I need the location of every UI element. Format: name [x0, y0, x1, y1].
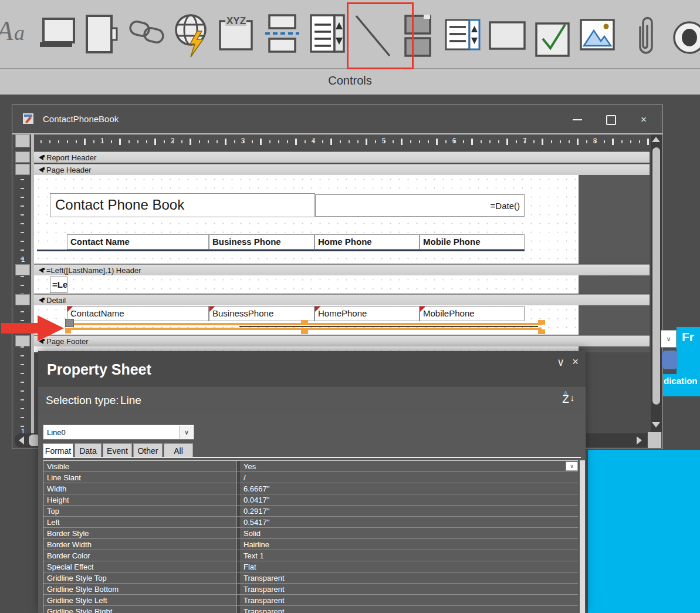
- background-combo-button[interactable]: ∨: [661, 330, 677, 348]
- section-bar-page-footer[interactable]: Page Footer: [34, 335, 650, 346]
- move-handle[interactable]: [65, 319, 74, 327]
- property-row-line-slant[interactable]: Line Slant /: [43, 472, 578, 483]
- ruler-number: 4: [310, 137, 317, 145]
- background-window-title-fragment: Fr: [682, 330, 700, 344]
- background-blue-button[interactable]: [662, 351, 678, 369]
- tab-all[interactable]: All: [164, 443, 193, 457]
- list-box-icon[interactable]: [445, 19, 481, 54]
- property-row-special-effect[interactable]: Special Effect Flat: [43, 561, 578, 572]
- select-all-box[interactable]: [15, 134, 30, 147]
- vertical-scrollbar-thumb[interactable]: [652, 147, 660, 405]
- section-selector-report-header[interactable]: [15, 151, 30, 163]
- window-titlebar: ContactPhoneBook ×: [12, 105, 662, 133]
- property-row-border-style[interactable]: Border Style Solid: [43, 528, 578, 539]
- value-dropdown-icon[interactable]: ∨: [566, 462, 578, 471]
- scrollbar-corner: [648, 432, 661, 448]
- close-button[interactable]: ×: [633, 110, 655, 128]
- tab-event[interactable]: Event: [103, 443, 132, 457]
- vertical-scrollbar[interactable]: [651, 134, 662, 432]
- resize-handle[interactable]: [301, 320, 308, 325]
- navigation-control-icon[interactable]: XYZ: [218, 14, 255, 56]
- page-break-icon[interactable]: [265, 14, 299, 56]
- section-bar-report-header[interactable]: Report Header: [34, 151, 650, 163]
- section-selector-detail[interactable]: [15, 294, 30, 305]
- column-header-label-contact-name[interactable]: Contact Name: [67, 234, 209, 250]
- detail-field-businessphone[interactable]: BusinessPhone: [209, 306, 315, 321]
- error-indicator-icon: [315, 306, 320, 312]
- vertical-ruler: 1 1: [15, 134, 31, 433]
- scroll-down-icon[interactable]: [652, 422, 660, 427]
- property-row-border-color[interactable]: Border Color Text 1: [43, 550, 578, 561]
- detail-field-contactname[interactable]: ContactName: [67, 306, 209, 321]
- sort-arrow-icon: ↓: [570, 393, 574, 403]
- section-bar-detail[interactable]: Detail: [34, 294, 650, 305]
- chevron-down-icon[interactable]: ∨: [557, 356, 564, 369]
- line-control[interactable]: [239, 326, 538, 327]
- page-header-canvas: Contact Phone Book =Date() Contact Name …: [34, 175, 650, 264]
- section-selector-page-header[interactable]: [15, 164, 30, 175]
- property-row-gridline-style-bottom[interactable]: Gridline Style Bottom Transparent: [43, 584, 578, 595]
- property-row-left[interactable]: Left 0.5417": [43, 517, 578, 528]
- option-button-icon[interactable]: [672, 20, 700, 60]
- property-sheet-titlebar: Property Sheet ∨ ×: [38, 351, 586, 388]
- scroll-right-icon[interactable]: [637, 436, 642, 444]
- detail-field-mobilephone[interactable]: MobilePhone: [420, 306, 525, 321]
- red-arrow-annotation: [1, 315, 66, 345]
- design-surface[interactable]: [34, 275, 579, 294]
- object-selector-combobox[interactable]: Line0 ∨: [43, 425, 194, 440]
- resize-handle[interactable]: [301, 329, 308, 334]
- report-title-label[interactable]: Contact Phone Book: [50, 193, 315, 217]
- sort-az-icon[interactable]: AZ: [562, 390, 569, 403]
- property-row-gridline-style-right[interactable]: Gridline Style Right Transparent: [43, 606, 578, 613]
- hyperlink-icon[interactable]: [128, 19, 166, 48]
- minimize-button[interactable]: [566, 110, 588, 128]
- property-row-gridline-style-left[interactable]: Gridline Style Left Transparent: [43, 595, 578, 606]
- line-tool-highlight-annotation: [347, 2, 414, 69]
- tab-data[interactable]: Data: [75, 443, 102, 457]
- section-selector-group-header[interactable]: [15, 264, 30, 275]
- rectangle-icon[interactable]: [489, 21, 526, 53]
- column-header-label-home-phone[interactable]: Home Phone: [315, 234, 420, 250]
- group-header-canvas: =Le: [34, 275, 650, 294]
- section-collapse-icon: [39, 155, 43, 160]
- column-header-label-business-phone[interactable]: Business Phone: [209, 234, 315, 250]
- resize-handle[interactable]: [538, 320, 545, 325]
- section-bar-group-header[interactable]: =Left([LastName],1) Header: [34, 264, 650, 275]
- attachment-icon[interactable]: [635, 13, 654, 62]
- resize-handle[interactable]: [538, 329, 545, 334]
- web-browser-control-icon[interactable]: [173, 12, 214, 62]
- property-grid-scrollbar[interactable]: [580, 460, 585, 613]
- group-expression-textbox[interactable]: =Le: [50, 277, 67, 293]
- property-row-width[interactable]: Width 6.6667": [43, 483, 578, 494]
- combo-dropdown-icon[interactable]: ∨: [180, 426, 193, 439]
- background-window-text-fragment: dication: [664, 376, 700, 386]
- ruler-number: 3: [239, 137, 246, 145]
- scroll-up-icon[interactable]: [652, 137, 660, 142]
- tab-other[interactable]: Other: [133, 443, 163, 457]
- horizontal-scrollbar-right[interactable]: [586, 433, 647, 447]
- date-expression-textbox[interactable]: =Date(): [315, 194, 525, 217]
- detail-field-homephone[interactable]: HomePhone: [315, 306, 420, 321]
- property-row-height[interactable]: Height 0.0417": [43, 494, 578, 506]
- property-row-visible[interactable]: Visible Yes ∨: [43, 461, 578, 472]
- tab-format[interactable]: Format: [43, 443, 73, 457]
- column-header-label-mobile-phone[interactable]: Mobile Phone: [420, 234, 525, 250]
- scroll-left-icon[interactable]: [19, 436, 24, 444]
- combo-box-icon[interactable]: [309, 13, 346, 58]
- controls-toolbar: Aa XYZ: [0, 0, 700, 68]
- property-row-border-width[interactable]: Border Width Hairline: [43, 539, 578, 550]
- close-icon[interactable]: ×: [572, 355, 579, 368]
- maximize-button[interactable]: [599, 110, 621, 128]
- section-bar-page-header[interactable]: Page Header: [34, 164, 650, 175]
- svg-text:A: A: [0, 16, 13, 46]
- text-box-icon[interactable]: [39, 18, 76, 54]
- controls-group-label: Controls: [0, 74, 700, 87]
- multiline-text-box-icon[interactable]: [85, 14, 119, 58]
- property-row-gridline-style-top[interactable]: Gridline Style Top Transparent: [43, 572, 578, 584]
- check-box-icon[interactable]: [535, 15, 571, 61]
- property-row-top[interactable]: Top 0.2917": [43, 506, 578, 517]
- label-icon[interactable]: Aa: [0, 12, 33, 50]
- image-icon[interactable]: [580, 19, 615, 54]
- horizontal-scrollbar-left[interactable]: [15, 433, 40, 447]
- resize-handle[interactable]: [65, 328, 71, 334]
